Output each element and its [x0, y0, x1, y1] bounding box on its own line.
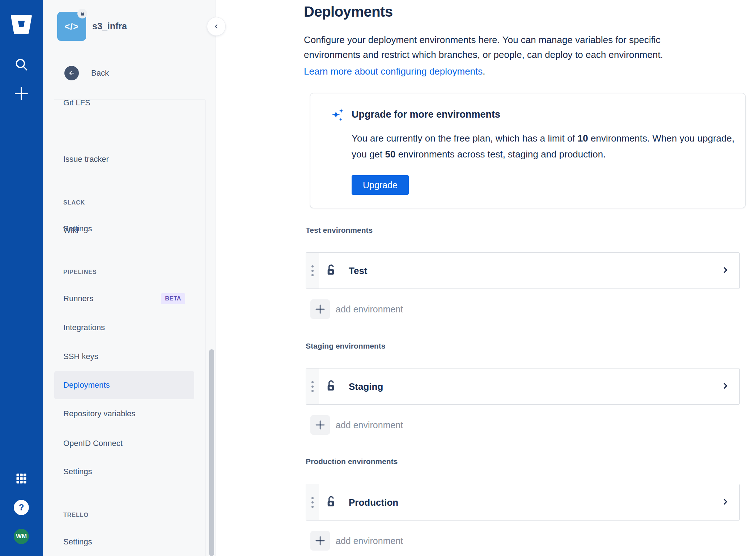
page-description: Configure your deployment environments h…	[304, 33, 663, 62]
avatar-initials: WM	[16, 533, 27, 540]
drag-dots-icon	[311, 379, 314, 394]
sidebar-item-label: Integrations	[63, 323, 105, 332]
sidebar-menu: Git LFS Wiki Issue tracker SLACK Setting…	[43, 100, 216, 556]
repo-name: s3_infra	[92, 21, 127, 31]
environment-name: Staging	[349, 381, 383, 392]
help-icon[interactable]: ?	[0, 500, 43, 515]
search-icon[interactable]	[0, 57, 43, 72]
sidebar-item-git-lfs[interactable]: Git LFS	[54, 100, 194, 117]
sidebar-item-label: Repository variables	[63, 409, 135, 418]
sidebar-item-label: OpenID Connect	[63, 439, 123, 448]
bitbucket-logo-icon[interactable]	[0, 14, 43, 35]
sidebar-item-ssh-keys[interactable]: SSH keys	[54, 342, 194, 371]
scrollbar-track	[205, 100, 206, 556]
plus-icon	[310, 299, 330, 319]
plus-icon	[310, 531, 330, 551]
production-environments-label: Production environments	[306, 457, 398, 466]
sidebar-item-label: Git LFS	[63, 100, 90, 108]
plus-icon	[310, 415, 330, 435]
upgrade-button[interactable]: Upgrade	[352, 175, 409, 195]
app-switcher-icon[interactable]	[0, 472, 43, 485]
sidebar-item-openid-connect[interactable]: OpenID Connect	[54, 429, 194, 458]
chevron-right-icon	[721, 266, 729, 275]
staging-environments-label: Staging environments	[306, 342, 386, 350]
add-environment-label: add environment	[336, 304, 403, 315]
beta-badge: BETA	[161, 293, 185, 304]
drag-handle[interactable]	[306, 253, 319, 288]
header-divider	[54, 100, 205, 100]
learn-more: Learn more about configuring deployments…	[304, 66, 485, 77]
chevron-right-icon	[721, 498, 729, 507]
code-icon: </>	[64, 21, 78, 32]
unlocked-padlock-icon	[325, 264, 337, 278]
create-plus-icon[interactable]	[0, 85, 43, 102]
add-environment-button-test[interactable]: add environment	[310, 299, 403, 319]
add-environment-button-production[interactable]: add environment	[310, 531, 403, 551]
sidebar-item-label: Runners	[63, 294, 93, 303]
sidebar-item-label: Issue tracker	[63, 155, 109, 164]
sidebar-item-runners[interactable]: Runners BETA	[54, 285, 194, 313]
sidebar-section-slack: SLACK	[63, 197, 85, 208]
scrollbar-thumb[interactable]	[209, 349, 214, 556]
test-environments-label: Test environments	[306, 226, 373, 235]
chevron-right-icon	[721, 382, 729, 391]
collapse-sidebar-button[interactable]	[207, 17, 225, 35]
drag-dots-icon	[311, 495, 314, 510]
environment-name: Test	[349, 265, 368, 276]
sidebar-item-deployments[interactable]: Deployments	[54, 371, 194, 399]
upgrade-card-body: You are currently on the free plan, whic…	[352, 130, 742, 162]
environment-card-test[interactable]: Test	[306, 252, 740, 289]
sidebar-item-label: Settings	[63, 224, 92, 233]
sidebar-item-slack-settings[interactable]: Settings	[54, 215, 194, 243]
unlocked-padlock-icon	[325, 495, 337, 510]
deployments-page: Deployments Configure your deployment en…	[216, 0, 756, 556]
sidebar-section-pipelines: PIPELINES	[63, 267, 97, 278]
sidebar-section-trello: TRELLO	[63, 510, 89, 521]
sidebar-item-repository-variables[interactable]: Repository variables	[54, 400, 194, 428]
add-environment-button-staging[interactable]: add environment	[310, 415, 403, 435]
sidebar-header: </> s3_infra Back	[43, 0, 216, 100]
repo-avatar[interactable]: </>	[57, 12, 86, 41]
sidebar-item-label: SSH keys	[63, 352, 98, 361]
sidebar-item-trello-settings[interactable]: Settings	[54, 528, 194, 556]
drag-dots-icon	[311, 264, 314, 278]
sidebar-item-pipelines-settings[interactable]: Settings	[54, 458, 194, 486]
repo-settings-sidebar: Git LFS Wiki Issue tracker SLACK Setting…	[43, 0, 216, 556]
environment-card-production[interactable]: Production	[306, 484, 740, 521]
drag-handle[interactable]	[306, 484, 319, 520]
environment-card-staging[interactable]: Staging	[306, 368, 740, 405]
back-arrow-icon	[64, 66, 79, 80]
back-label: Back	[91, 68, 109, 78]
global-nav-rail: ? WM	[0, 0, 43, 556]
page-title: Deployments	[304, 4, 393, 20]
add-environment-label: add environment	[336, 420, 403, 430]
user-avatar[interactable]: WM	[0, 529, 43, 544]
learn-more-link[interactable]: Learn more about configuring deployments	[304, 66, 483, 77]
chevron-left-icon	[213, 23, 220, 30]
sparkle-icon	[331, 108, 346, 125]
add-environment-label: add environment	[336, 536, 403, 546]
environment-name: Production	[349, 497, 398, 508]
sidebar-item-label: Settings	[63, 537, 92, 547]
drag-handle[interactable]	[306, 368, 319, 404]
sidebar-item-integrations[interactable]: Integrations	[54, 313, 194, 342]
sidebar-item-label: Deployments	[63, 380, 110, 390]
upgrade-card: Upgrade for more environments You are cu…	[310, 93, 746, 208]
help-glyph: ?	[19, 502, 24, 513]
back-button[interactable]: Back	[64, 66, 109, 80]
sidebar-item-issue-tracker[interactable]: Issue tracker	[54, 145, 194, 173]
unlocked-padlock-icon	[325, 379, 337, 394]
upgrade-card-title: Upgrade for more environments	[352, 109, 500, 120]
sidebar-item-label: Settings	[63, 467, 92, 476]
private-lock-icon	[77, 9, 87, 18]
